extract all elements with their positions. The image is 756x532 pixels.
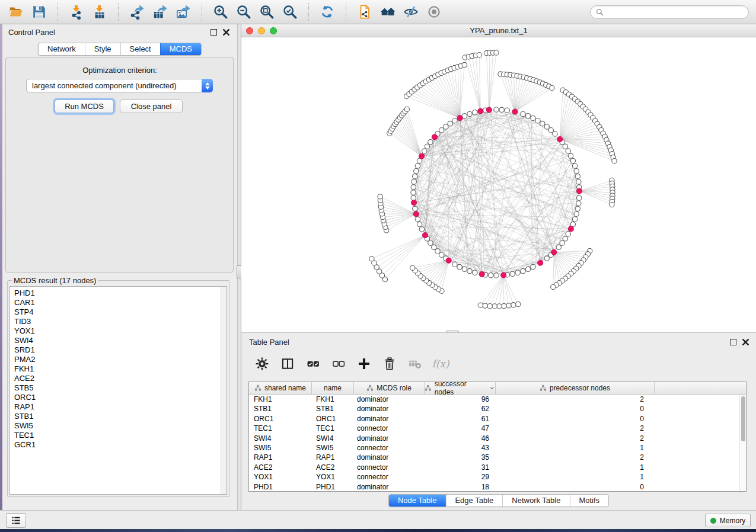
mcds-result-item[interactable]: YOX1	[14, 326, 227, 336]
mcds-result-item[interactable]: SRD1	[14, 345, 227, 355]
mcds-result-item[interactable]: PHD1	[14, 289, 227, 298]
table-scrollbar[interactable]	[739, 395, 746, 491]
table-row[interactable]: FKH1FKH1dominator962	[249, 395, 746, 404]
float-panel-icon[interactable]	[210, 29, 217, 36]
mcds-result-item[interactable]: TID3	[14, 317, 227, 326]
show-panel-button	[425, 3, 443, 21]
close-table-panel-icon[interactable]	[742, 338, 749, 346]
table-settings-button[interactable]	[254, 356, 270, 371]
mcds-result-item[interactable]: SWI4	[14, 336, 227, 345]
table-panel-title: Table Panel	[249, 338, 289, 347]
mcds-result-item[interactable]: TEC1	[14, 431, 227, 440]
table-row[interactable]: ACE2ACE2connector311	[249, 463, 746, 472]
tab-network-table[interactable]: Network Table	[502, 495, 569, 507]
zoom-out-button[interactable]	[235, 3, 253, 21]
table-row[interactable]: ORC1ORC1dominator610	[249, 414, 746, 424]
add-row-button[interactable]	[356, 356, 372, 371]
mcds-result-item[interactable]: STB5	[14, 383, 227, 393]
column-header-MCDS-role[interactable]: MCDS role	[354, 382, 425, 394]
window-minimize-icon[interactable]	[258, 27, 265, 34]
zoom-in-button[interactable]	[212, 3, 229, 21]
table-cell: 2	[496, 424, 655, 433]
table-cell: PHD1	[249, 482, 312, 492]
mcds-result-item[interactable]: FKH1	[14, 364, 227, 374]
mcds-result-item[interactable]: ACE2	[14, 374, 227, 383]
mcds-result-item[interactable]: ORC1	[14, 393, 227, 402]
zoom-selected-button[interactable]	[281, 3, 299, 21]
tab-select[interactable]: Select	[120, 43, 160, 55]
table-cell: STB1	[312, 404, 354, 414]
zoom-fit-button[interactable]	[258, 3, 276, 21]
table-cell: 96	[425, 395, 496, 404]
search-input[interactable]	[607, 8, 743, 16]
status-bar: Memory	[0, 510, 756, 529]
network-graph-svg[interactable]	[241, 37, 756, 332]
import-network-button[interactable]	[68, 3, 85, 21]
mcds-result-item[interactable]: STB1	[14, 412, 227, 421]
save-session-button[interactable]	[30, 3, 48, 21]
network-canvas[interactable]	[241, 37, 756, 332]
tab-motifs[interactable]: Motifs	[569, 495, 608, 507]
close-panel-icon[interactable]	[222, 28, 230, 36]
table-panel: Table Panel f(x) shared namenameMCDS rol…	[241, 332, 756, 510]
panel-menu-button[interactable]	[6, 513, 26, 528]
optimization-criterion-select[interactable]: largest connected component (undirected)	[26, 79, 213, 92]
export-image-button[interactable]	[174, 3, 192, 21]
window-close-icon[interactable]	[246, 27, 253, 34]
tab-style[interactable]: Style	[85, 43, 120, 55]
column-header-shared-name[interactable]: shared name	[249, 382, 312, 394]
export-table-button[interactable]	[151, 3, 169, 21]
share-document-button[interactable]	[356, 3, 374, 21]
network-column-icon	[254, 384, 261, 392]
run-mcds-button[interactable]: Run MCDS	[55, 100, 114, 113]
column-header-name[interactable]: name	[312, 382, 354, 394]
open-file-button[interactable]	[7, 3, 25, 21]
mcds-result-item[interactable]: STP4	[14, 307, 227, 317]
tab-edge-table[interactable]: Edge Table	[445, 495, 502, 507]
deselect-all-button[interactable]	[331, 356, 346, 371]
node-table[interactable]: shared namenameMCDS rolesuccessor nodesp…	[248, 382, 747, 492]
import-table-icon	[92, 4, 107, 20]
show-columns-button[interactable]	[280, 356, 295, 371]
export-network-button[interactable]	[128, 3, 146, 21]
search-box[interactable]	[590, 5, 749, 19]
refresh-button[interactable]	[318, 3, 336, 21]
mcds-result-item[interactable]: CAR1	[14, 298, 227, 307]
hide-panel-button[interactable]	[402, 3, 420, 21]
table-row[interactable]: SWI5SWI5connector431	[249, 443, 746, 453]
table-row[interactable]: STB1STB1dominator620	[249, 404, 746, 414]
table-scrollbar-thumb[interactable]	[741, 396, 745, 441]
table-row[interactable]: TEC1TEC1connector472	[249, 424, 746, 433]
memory-button[interactable]: Memory	[705, 514, 751, 527]
tab-node-table[interactable]: Node Table	[389, 495, 446, 507]
network-window-titlebar[interactable]: YPA_prune.txt_1	[241, 24, 756, 37]
mcds-list-scrollbar[interactable]	[221, 287, 227, 494]
mcds-result-item[interactable]: SWI5	[14, 421, 227, 431]
table-row[interactable]: PHD1PHD1dominator180	[249, 482, 746, 492]
delete-row-button[interactable]	[382, 356, 397, 371]
table-row[interactable]: RAP1RAP1dominator352	[249, 453, 746, 462]
mcds-result-item[interactable]: PMA2	[14, 355, 227, 364]
home-button[interactable]	[379, 3, 397, 21]
import-table-button[interactable]	[91, 3, 109, 21]
mcds-result-list[interactable]: PHD1CAR1STP4TID3YOX1SWI4SRD1PMA2FKH1ACE2…	[9, 286, 227, 495]
mcds-result-title: MCDS result (17 nodes)	[12, 276, 98, 285]
float-table-panel-icon[interactable]	[730, 339, 736, 345]
table-cell: dominator	[354, 414, 425, 424]
window-maximize-icon[interactable]	[270, 27, 277, 34]
tab-network[interactable]: Network	[39, 43, 85, 55]
tab-mcds[interactable]: MCDS	[160, 43, 201, 55]
table-cell: 2	[496, 395, 655, 404]
mcds-result-item[interactable]: RAP1	[14, 402, 227, 412]
table-cell: RAP1	[249, 453, 312, 462]
network-column-icon	[366, 384, 374, 392]
mcds-result-item[interactable]: GCR1	[14, 440, 227, 450]
column-header-predecessor-nodes[interactable]: predecessor nodes	[496, 382, 655, 394]
zoom-out-icon	[236, 4, 251, 20]
table-row[interactable]: YOX1YOX1connector291	[249, 472, 746, 482]
table-row[interactable]: SWI4SWI4dominator462	[249, 434, 746, 443]
optimization-criterion-label: Optimization criterion:	[2, 66, 237, 75]
select-all-button[interactable]	[305, 356, 321, 371]
close-panel-button[interactable]: Close panel	[120, 100, 183, 113]
column-header-successor-nodes[interactable]: successor nodes	[425, 382, 496, 394]
